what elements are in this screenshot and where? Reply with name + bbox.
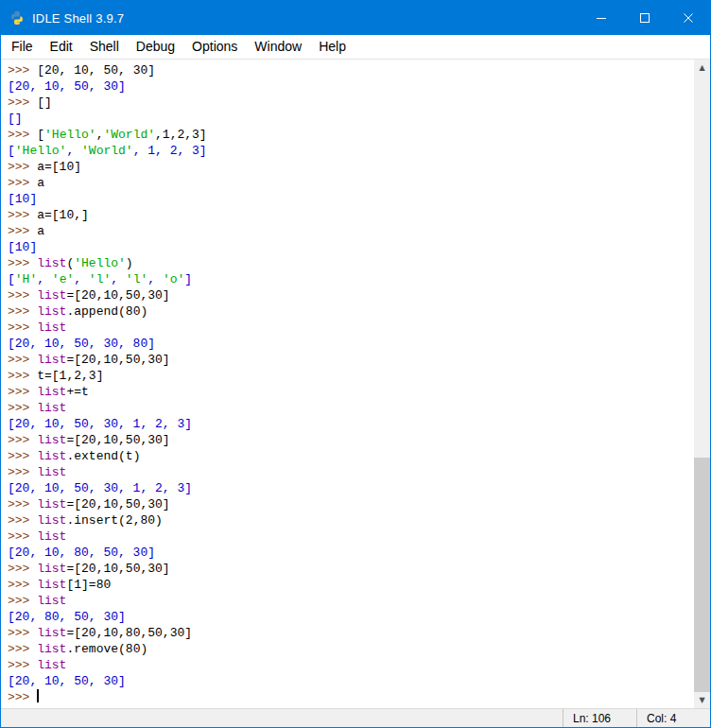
vertical-scrollbar[interactable]: ▲ ▼ (694, 60, 710, 708)
prompt: >>> (8, 160, 37, 174)
input-text: a=[10,] (37, 208, 89, 222)
input-text: [20, 10, 50, 30] (37, 63, 155, 78)
shell-line: [10] (8, 191, 694, 207)
shell-line: >>> list=[20,10,50,30] (8, 432, 694, 448)
input-text: =[20,10,50,30] (66, 433, 169, 447)
shell-line: [20, 10, 50, 30, 80] (8, 336, 694, 352)
shell-line: >>> ['Hello','World',1,2,3] (8, 127, 694, 143)
builtin-name: list (37, 256, 66, 270)
shell-line: >>> [] (8, 95, 694, 111)
prompt: >>> (8, 95, 37, 110)
output-text: , (74, 272, 89, 286)
output-text: [20, 10, 50, 30, 80] (8, 337, 155, 351)
shell-line: >>> a=[10] (8, 159, 694, 175)
shell-line: ['Hello', 'World', 1, 2, 3] (8, 143, 694, 159)
output-text: , (66, 144, 81, 158)
input-text: [1]=80 (66, 578, 111, 592)
shell-line: [20, 10, 50, 30, 1, 2, 3] (8, 480, 694, 496)
shell-line: >>> list+=t (8, 384, 694, 400)
shell-line: >>> a (8, 175, 694, 191)
minimize-icon (597, 13, 607, 24)
string-literal: 'l' (89, 272, 111, 286)
shell-line: [20, 10, 50, 30] (8, 673, 694, 689)
shell-line: [] (8, 111, 694, 127)
builtin-name: list (37, 449, 66, 463)
scrollbar-down-icon[interactable]: ▼ (694, 692, 710, 708)
shell-line: [20, 10, 50, 30, 1, 2, 3] (8, 416, 694, 432)
output-text: , 1, 2, 3] (133, 144, 207, 158)
string-literal: 'World' (81, 144, 133, 158)
prompt: >>> (8, 353, 37, 367)
builtin-name: list (37, 642, 66, 656)
shell-line: >>> list (8, 320, 694, 336)
shell-line: >>> list.remove(80) (8, 641, 694, 657)
builtin-name: list (37, 578, 66, 592)
idle-app-icon (9, 10, 25, 26)
shell-line: >>> list.insert(2,80) (8, 512, 694, 529)
string-literal: 'Hello' (44, 128, 96, 142)
menu-item-help[interactable]: Help (310, 35, 355, 59)
scrollbar-up-icon[interactable]: ▲ (694, 60, 710, 76)
menu-bar: FileEditShellDebugOptionsWindowHelp (1, 35, 710, 60)
output-text: [20, 10, 50, 30, 1, 2, 3] (8, 417, 192, 431)
status-col-indicator: Col: 4 (636, 709, 710, 727)
menu-item-debug[interactable]: Debug (128, 35, 183, 59)
shell-line: >>> list=[20,10,50,30] (8, 561, 694, 577)
shell-line: >>> list[1]=80 (8, 577, 694, 593)
output-text: [20, 10, 50, 30] (8, 79, 126, 94)
input-text: .remove(80) (66, 642, 147, 656)
shell-line: >>> a (8, 223, 694, 239)
prompt: >>> (8, 288, 37, 303)
shell-line: >>> list('Hello') (8, 255, 694, 271)
shell-line: >>> (8, 689, 694, 705)
builtin-name: list (37, 288, 66, 303)
prompt: >>> (8, 369, 37, 383)
prompt: >>> (8, 594, 37, 608)
menu-item-options[interactable]: Options (183, 35, 246, 59)
close-button[interactable] (667, 1, 710, 35)
prompt: >>> (8, 224, 37, 238)
input-text: a (37, 224, 44, 238)
string-literal: 'l' (126, 272, 147, 286)
menu-item-file[interactable]: File (3, 35, 42, 59)
shell-text[interactable]: >>> [20, 10, 50, 30][20, 10, 50, 30]>>> … (1, 60, 694, 708)
prompt: >>> (8, 256, 37, 270)
string-literal: 'World' (103, 128, 155, 142)
builtin-name: list (37, 353, 66, 367)
shell-line: >>> list=[20,10,80,50,30] (8, 625, 694, 641)
builtin-name: list (37, 594, 66, 608)
input-text: a (37, 176, 44, 190)
maximize-button[interactable] (623, 1, 667, 35)
shell-line: [20, 80, 50, 30] (8, 609, 694, 625)
builtin-name: list (37, 562, 66, 576)
input-text: =[20,10,50,30] (66, 562, 169, 576)
prompt: >>> (8, 578, 37, 592)
builtin-name: list (37, 465, 66, 479)
prompt: >>> (8, 529, 37, 544)
output-text: [20, 10, 50, 30, 1, 2, 3] (8, 481, 192, 495)
prompt: >>> (8, 497, 37, 511)
string-literal: 'Hello' (15, 144, 67, 158)
close-icon (684, 13, 694, 24)
input-text: .append(80) (66, 304, 147, 319)
prompt: >>> (8, 401, 37, 415)
prompt: >>> (8, 433, 37, 447)
output-text: [20, 10, 50, 30] (8, 674, 126, 688)
menu-item-edit[interactable]: Edit (42, 35, 81, 59)
idle-shell-window: IDLE Shell 3.9.7 FileEditShellDebugOptio… (0, 0, 711, 728)
output-text: [20, 10, 80, 50, 30] (8, 546, 155, 560)
minimize-button[interactable] (580, 1, 623, 35)
output-text: ] (184, 272, 192, 286)
window-title: IDLE Shell 3.9.7 (32, 11, 124, 26)
scrollbar-thumb[interactable] (694, 458, 710, 692)
prompt: >>> (8, 176, 37, 190)
builtin-name: list (37, 401, 66, 415)
shell-line: >>> list=[20,10,50,30] (8, 352, 694, 368)
output-text: [20, 80, 50, 30] (8, 610, 126, 624)
input-text: =[20,10,50,30] (66, 288, 169, 303)
prompt: >>> (8, 513, 37, 528)
menu-item-window[interactable]: Window (246, 35, 310, 59)
scrollbar-track[interactable] (694, 76, 710, 692)
menu-item-shell[interactable]: Shell (81, 35, 128, 59)
prompt: >>> (8, 321, 37, 335)
